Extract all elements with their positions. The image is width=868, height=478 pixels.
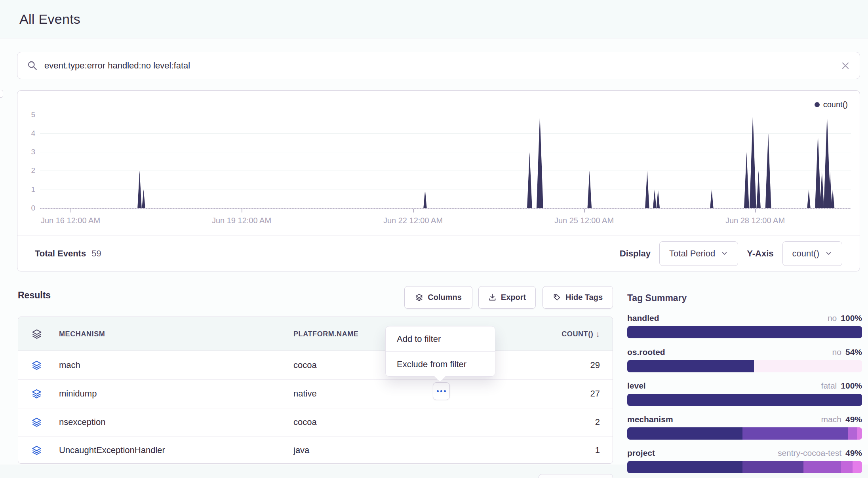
tag-bar-segment — [627, 427, 742, 440]
columns-button[interactable]: Columns — [404, 286, 472, 309]
table-row[interactable]: nsexception cocoa 2 — [18, 408, 613, 436]
tag-summary-heading: Tag Summary — [627, 293, 687, 303]
cell-actions-button[interactable] — [433, 382, 450, 400]
tag-distribution-bar[interactable] — [627, 461, 862, 473]
tag-bar-segment — [857, 427, 862, 440]
tag-bar-segment — [627, 394, 862, 406]
search-input[interactable] — [44, 61, 841, 71]
search-icon — [27, 60, 38, 71]
x-axis-line — [40, 208, 851, 209]
tag-top-value: no — [832, 347, 841, 357]
tag-top-value: mach — [821, 415, 841, 424]
hide-tags-button-label: Hide Tags — [565, 293, 603, 302]
table-row[interactable]: mach cocoa 29 — [18, 351, 613, 379]
tag-row-label: level fatal100% — [627, 381, 862, 392]
x-axis-tick-label: Jun 19 12:00 AM — [212, 216, 271, 225]
tag-bar-segment — [803, 461, 841, 473]
y-axis-tick-label: 2 — [17, 166, 35, 175]
stack-icon — [31, 417, 42, 428]
tag-bar-segment — [627, 326, 862, 338]
stack-icon — [31, 445, 42, 456]
export-button[interactable]: Export — [478, 286, 536, 309]
chevron-down-icon — [825, 250, 832, 257]
results-table: MECHANISM PLATFORM.NAME COUNT() ↓ mach c… — [18, 317, 613, 464]
search-bar[interactable] — [17, 52, 860, 79]
legend-dot — [815, 102, 820, 107]
tag-icon — [553, 293, 561, 302]
tag-row-label: handled no100% — [627, 313, 862, 324]
ellipsis-icon — [444, 390, 446, 392]
y-axis-dropdown-value: count() — [792, 248, 819, 259]
stack-icon — [31, 389, 42, 399]
y-axis-dropdown[interactable]: count() — [782, 241, 842, 266]
table-row[interactable]: UncaughtExceptionHandler java 1 — [18, 436, 613, 465]
x-axis-tick-label: Jun 25 12:00 AM — [554, 216, 614, 225]
cell-context-menu: Add to filter Exclude from filter — [385, 326, 495, 377]
cell-mechanism[interactable]: minidump — [59, 389, 97, 399]
tag-top-percent: 100% — [841, 381, 862, 391]
cell-count: 1 — [595, 445, 600, 455]
display-label: Display — [620, 248, 651, 259]
tag-distribution-bar[interactable] — [627, 427, 862, 440]
tag-top-value: sentry-cocoa-test — [778, 448, 841, 458]
cell-platform[interactable]: java — [293, 445, 309, 455]
cell-platform[interactable]: native — [293, 389, 317, 399]
tag-bar-segment — [742, 427, 848, 440]
tag-row-label: os.rooted no54% — [627, 347, 862, 358]
stack-icon[interactable] — [31, 328, 42, 340]
tag-bar-segment — [841, 461, 853, 473]
tag-bar-segment — [853, 461, 862, 473]
tag-bar-segment — [848, 427, 857, 440]
y-axis-tick-label: 0 — [17, 204, 35, 212]
menu-item-add-to-filter[interactable]: Add to filter — [386, 326, 495, 351]
cell-mechanism[interactable]: mach — [59, 360, 80, 370]
column-header-mechanism[interactable]: MECHANISM — [59, 330, 105, 338]
tag-name: os.rooted — [627, 347, 665, 357]
count-series-spikes — [40, 91, 851, 209]
y-axis-tick-label: 5 — [17, 110, 35, 119]
ellipsis-icon — [440, 390, 442, 392]
cell-mechanism[interactable]: nsexception — [59, 417, 105, 427]
cell-platform[interactable]: cocoa — [293, 360, 317, 370]
columns-button-label: Columns — [428, 293, 462, 302]
cell-count: 29 — [590, 360, 600, 370]
panel-drag-handle[interactable] — [0, 90, 3, 98]
x-axis-tick-label: Jun 28 12:00 AM — [725, 216, 785, 225]
tag-top-percent: 49% — [845, 448, 862, 458]
stack-icon — [31, 360, 42, 371]
export-button-label: Export — [501, 293, 526, 302]
pagination-button-partial[interactable] — [539, 474, 613, 478]
cell-count: 27 — [590, 389, 600, 399]
tag-name: project — [627, 448, 655, 458]
tag-distribution-bar[interactable] — [627, 360, 862, 372]
page-title: All Events — [19, 11, 80, 27]
cell-mechanism[interactable]: UncaughtExceptionHandler — [59, 445, 165, 455]
tag-name: mechanism — [627, 415, 673, 424]
tag-bar-segment — [627, 461, 742, 473]
clear-search-icon[interactable] — [841, 61, 850, 70]
tag-name: handled — [627, 313, 659, 323]
download-icon — [488, 293, 497, 302]
y-axis-tick-label: 4 — [17, 129, 35, 138]
x-axis-tick-label: Jun 16 12:00 AM — [41, 216, 100, 225]
hide-tags-button[interactable]: Hide Tags — [542, 286, 613, 309]
x-axis-tick-label: Jun 22 12:00 AM — [383, 216, 443, 225]
tag-top-percent: 100% — [841, 313, 862, 323]
tag-distribution-bar[interactable] — [627, 326, 862, 338]
events-chart-panel: count() 0 1 2 3 4 5 Jun 16 12:00 AM Jun … — [17, 90, 860, 271]
column-header-count[interactable]: COUNT() ↓ — [562, 329, 600, 338]
legend-label: count() — [823, 100, 848, 109]
columns-icon — [415, 293, 423, 302]
x-axis-tick — [584, 209, 585, 212]
table-header-row: MECHANISM PLATFORM.NAME COUNT() ↓ — [18, 317, 613, 351]
display-dropdown[interactable]: Total Period — [659, 241, 738, 266]
table-row[interactable]: minidump native 27 — [18, 379, 613, 408]
tag-distribution-bar[interactable] — [627, 394, 862, 406]
tag-name: level — [627, 381, 646, 391]
column-header-platform-name[interactable]: PLATFORM.NAME — [293, 330, 358, 338]
cell-platform[interactable]: cocoa — [293, 417, 317, 427]
x-axis-tick — [242, 209, 242, 212]
tag-top-percent: 54% — [845, 347, 862, 357]
tag-top-percent: 49% — [845, 415, 862, 424]
chart-legend[interactable]: count() — [815, 100, 848, 109]
